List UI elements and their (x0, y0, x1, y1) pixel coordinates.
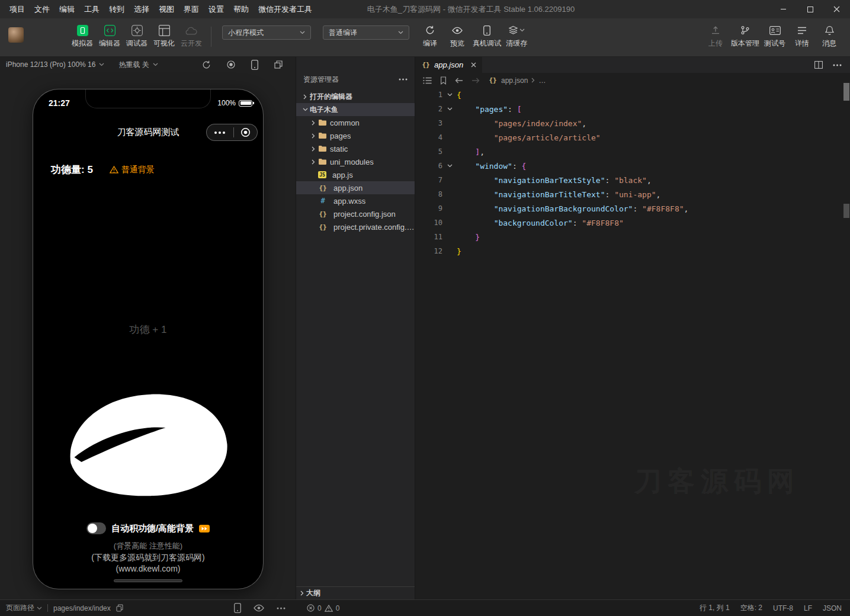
tree-item[interactable]: 打开的编辑器 (296, 90, 415, 103)
menu-item[interactable]: 编辑 (54, 0, 79, 18)
code-line[interactable]: 9 "navigationBarBackgroundColor": "#F8F8… (415, 201, 842, 216)
menu-item[interactable]: 设置 (204, 0, 229, 18)
device-debug-icon[interactable] (234, 603, 241, 613)
fold-chevron-icon[interactable] (442, 164, 457, 168)
toolbar-button-simulator[interactable]: 模拟器 (69, 24, 96, 49)
toolbar-button-card[interactable]: 测试号 (761, 24, 788, 49)
wooden-fish[interactable] (64, 376, 233, 505)
code-line[interactable]: 5 ], (415, 145, 842, 159)
tree-item[interactable]: #app.wxss (296, 194, 415, 207)
record-icon[interactable] (227, 60, 235, 70)
code-line[interactable]: 3 "pages/index/index", (415, 116, 842, 130)
split-editor-icon[interactable] (814, 61, 823, 69)
nav-back-icon[interactable] (455, 77, 463, 84)
boost-icon[interactable] (199, 525, 210, 532)
menu-item[interactable]: 视图 (154, 0, 179, 18)
line-number: 8 (415, 190, 442, 198)
statusbar-item[interactable]: 行 1, 列 1 (700, 603, 730, 613)
problems-indicator[interactable]: 0 0 (296, 604, 415, 612)
code-line[interactable]: 6 "window": { (415, 159, 842, 173)
nav-forward-icon[interactable] (471, 77, 480, 84)
menu-item[interactable]: 帮助 (229, 0, 254, 18)
page-path-value[interactable]: pages/index/index (53, 604, 111, 612)
more-icon[interactable] (277, 603, 286, 613)
mode-select[interactable]: 小程序模式 (222, 25, 311, 40)
rotate-icon[interactable] (202, 60, 211, 70)
statusbar-item[interactable]: 空格: 2 (740, 603, 762, 613)
toolbar-button-compile[interactable]: 编译 (416, 24, 444, 49)
close-tab-icon[interactable] (471, 62, 476, 68)
page-path-label[interactable]: 页面路径 (6, 603, 42, 613)
avatar[interactable] (8, 27, 24, 43)
tree-item[interactable]: JSapp.js (296, 168, 415, 181)
device-frame-icon[interactable] (251, 60, 258, 70)
tree-item[interactable]: 电子木鱼 (296, 103, 415, 116)
eye-icon (452, 27, 463, 34)
tab-app-json[interactable]: {} app.json (415, 57, 482, 73)
toolbar-button-lines[interactable]: 详情 (788, 24, 816, 49)
toolbar-button-cloud[interactable]: 云开发 (178, 24, 205, 49)
bookmark-icon[interactable] (440, 76, 447, 85)
outline-toggle-icon[interactable] (423, 77, 432, 84)
close-button[interactable] (823, 0, 850, 18)
tree-item[interactable]: {}project.private.config.js... (296, 220, 415, 233)
menu-item[interactable]: 工具 (79, 0, 104, 18)
menu-item[interactable]: 转到 (104, 0, 129, 18)
statusbar-item[interactable]: JSON (823, 603, 842, 613)
exit-target-icon[interactable] (240, 127, 251, 137)
merit-count: 功德量: 5 (51, 163, 93, 177)
json-file-icon: {} (318, 209, 331, 219)
code-line[interactable]: 1{ (415, 88, 842, 102)
tree-item[interactable]: uni_modules (296, 155, 415, 168)
more-menu-icon[interactable] (213, 131, 226, 134)
editor-scrollbar[interactable] (843, 73, 850, 599)
debugger-icon (131, 25, 143, 36)
tree-item[interactable]: static (296, 142, 415, 155)
auto-merit-toggle[interactable] (86, 522, 106, 534)
toolbar-button-debugger[interactable]: 调试器 (123, 24, 150, 49)
hot-reload-select[interactable]: 热重载 关 (118, 60, 158, 70)
compile-mode-select[interactable]: 普通编译 (323, 25, 409, 40)
minimize-button[interactable] (770, 0, 797, 18)
code-line[interactable]: 4 "pages/article/article" (415, 130, 842, 145)
code-line[interactable]: 10 "backgroundColor": "#F8F8F8" (415, 216, 842, 230)
more-icon[interactable] (399, 78, 408, 81)
preview-eye-icon[interactable] (254, 603, 264, 613)
menu-item[interactable]: 文件 (30, 0, 54, 18)
home-indicator[interactable] (114, 579, 182, 582)
fold-chevron-icon[interactable] (442, 93, 457, 97)
toolbar-button-visual[interactable]: 可视化 (150, 24, 178, 49)
tree-item[interactable]: common (296, 116, 415, 129)
more-icon[interactable] (833, 64, 842, 66)
scrollbar-thumb[interactable] (843, 83, 849, 101)
device-select[interactable]: iPhone 12/13 (Pro) 100% 16 (6, 60, 104, 69)
multi-window-icon[interactable] (274, 60, 283, 70)
toolbar-button-upload[interactable]: 上传 (702, 24, 729, 49)
code-line[interactable]: 12} (415, 244, 842, 258)
code-line[interactable]: 2 "pages": [ (415, 102, 842, 116)
tree-item[interactable]: pages (296, 129, 415, 142)
code-line[interactable]: 11 } (415, 230, 842, 244)
toolbar-button-editor[interactable]: 编辑器 (96, 24, 123, 49)
tree-item[interactable]: {}app.json (296, 181, 415, 194)
statusbar-item[interactable]: UTF-8 (773, 603, 793, 613)
toolbar-button-branch[interactable]: 版本管理 (729, 24, 761, 49)
toolbar-button-eye[interactable]: 预览 (444, 24, 471, 49)
toolbar-button-bell[interactable]: 消息 (816, 24, 843, 49)
statusbar-item[interactable]: LF (804, 603, 812, 613)
wooden-fish-shape (64, 376, 233, 503)
breadcrumb[interactable]: {} app.json … (488, 76, 546, 85)
toolbar-button-device[interactable]: 真机调试 (471, 24, 503, 49)
tree-item[interactable]: {}project.config.json (296, 207, 415, 220)
maximize-button[interactable] (797, 0, 823, 18)
code-line[interactable]: 7 "navigationBarTextStyle": "black", (415, 173, 842, 187)
menu-item[interactable]: 项目 (5, 0, 30, 18)
code-line[interactable]: 8 "navigationBarTitleText": "uni-app", (415, 187, 842, 201)
menu-item[interactable]: 界面 (179, 0, 204, 18)
outline-label: 大纲 (306, 588, 320, 598)
outline-section[interactable]: 大纲 (296, 586, 415, 599)
fold-chevron-icon[interactable] (442, 107, 457, 111)
copy-path-icon[interactable] (116, 604, 123, 612)
menu-item[interactable]: 选择 (129, 0, 154, 18)
toolbar-button-stack[interactable]: 清缓存 (503, 24, 530, 49)
